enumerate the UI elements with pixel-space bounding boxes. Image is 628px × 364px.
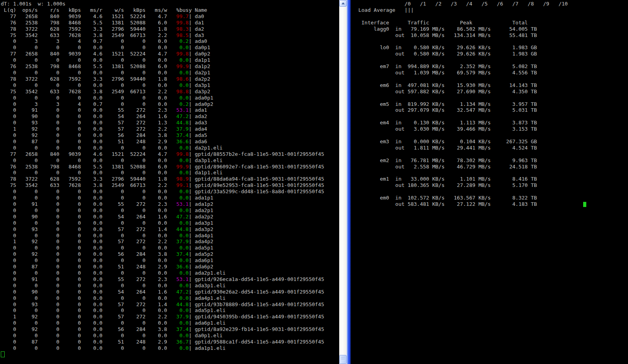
busy-value: 98.3 <box>167 26 189 32</box>
busy-value: 36.6 <box>167 139 189 144</box>
busy-value: 37.9 <box>167 314 189 320</box>
busy-value: 98.5 <box>167 32 189 38</box>
busy-value: 0.0 <box>167 257 189 263</box>
busy-value: 0.0 <box>167 145 189 151</box>
busy-value: 37.9 <box>167 126 189 132</box>
busy-value: 98.6 <box>167 76 189 82</box>
busy-value: 0.0 <box>167 57 189 63</box>
busy-value: 99.8 <box>167 151 189 157</box>
busy-value: 0.0 <box>167 307 189 313</box>
busy-value: 0.2 <box>167 38 189 44</box>
window-border-divider <box>347 0 351 364</box>
busy-value: 0.0 <box>167 270 189 276</box>
busy-value: 36.6 <box>167 264 189 270</box>
busy-value: 0.0 <box>167 220 189 226</box>
busy-value: 53.1 <box>167 201 189 207</box>
scrollbar-up-button[interactable] <box>339 0 347 7</box>
busy-value: 0.0 <box>167 70 189 76</box>
busy-value: 99.8 <box>167 20 189 26</box>
gstat-terminal[interactable]: dT: 1.001s w: 1.000s L(q) ops/s r/s kBps… <box>0 0 339 364</box>
busy-value: 37.9 <box>167 238 189 244</box>
busy-value: 37.4 <box>167 251 189 257</box>
busy-value: 99.9 <box>167 63 189 69</box>
left-terminal-scrollbar <box>339 0 347 364</box>
left-terminal-cursor <box>1 351 5 357</box>
busy-value: 53.1 <box>167 107 189 113</box>
busy-value: 0.0 <box>167 207 189 213</box>
busy-value: 47.2 <box>167 289 189 295</box>
ifstat-terminal[interactable]: /0 /1 /2 /3 /4 /5 /6 /7 /8 /9 /10 Load A… <box>351 0 628 364</box>
scrollbar-thumb[interactable] <box>339 355 347 364</box>
busy-value: 0.0 <box>167 82 189 88</box>
desktop: dT: 1.001s w: 1.000s L(q) ops/s r/s kBps… <box>0 0 628 364</box>
busy-value: 0.0 <box>167 295 189 301</box>
scrollbar-track[interactable] <box>339 7 347 355</box>
busy-value: 99.7 <box>167 13 189 19</box>
busy-value: 0.0 <box>167 245 189 251</box>
right-terminal-cursor <box>583 202 586 207</box>
busy-value: 0.0 <box>167 320 189 326</box>
busy-value: 0.0 <box>167 157 189 163</box>
busy-value: 0.0 <box>167 233 189 238</box>
busy-value: 98.8 <box>167 89 189 94</box>
busy-value: 44.8 <box>167 226 189 232</box>
busy-value: 47.2 <box>167 113 189 119</box>
busy-value: 37.4 <box>167 326 189 332</box>
busy-value: 0.0 <box>167 283 189 288</box>
scrollbar-grip-icon <box>341 357 345 361</box>
busy-value: 0.0 <box>167 95 189 101</box>
busy-value: 98.9 <box>167 176 189 182</box>
busy-value: 99.8 <box>167 51 189 57</box>
busy-value: 0.0 <box>167 44 189 50</box>
busy-value: 99.9 <box>167 164 189 170</box>
busy-value: 0.0 <box>167 345 189 351</box>
ifstat-output: /0 /1 /2 /3 /4 /5 /6 /7 /8 /9 /10 Load A… <box>351 0 628 207</box>
busy-value: 44.8 <box>167 301 189 307</box>
busy-value: 36.7 <box>167 339 189 345</box>
gstat-output: dT: 1.001s w: 1.000s L(q) ops/s r/s kBps… <box>0 0 339 358</box>
busy-value: 47.2 <box>167 214 189 220</box>
busy-value: 53.1 <box>167 276 189 282</box>
busy-value: 44.8 <box>167 120 189 126</box>
busy-value: 0.0 <box>167 195 189 201</box>
busy-value: 99.1 <box>167 182 189 188</box>
busy-value: 0.0 <box>167 188 189 194</box>
busy-value: 0.0 <box>167 333 189 338</box>
busy-value: 0.0 <box>167 170 189 176</box>
busy-value: 0.2 <box>167 101 189 107</box>
busy-value: 37.4 <box>167 132 189 138</box>
chevron-up-icon <box>342 2 345 4</box>
